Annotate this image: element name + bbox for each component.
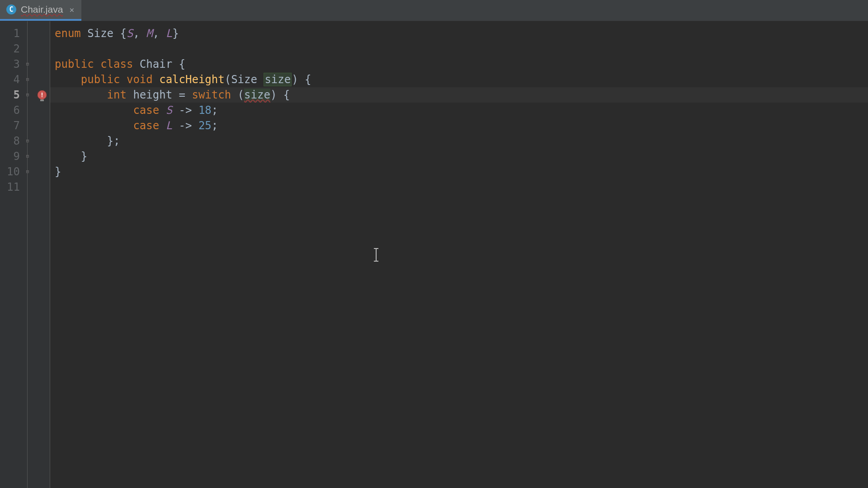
fold-open-icon[interactable]: ⊟ (24, 61, 31, 67)
code-token (55, 104, 133, 117)
code-token: S (166, 104, 172, 117)
code-line[interactable]: public class Chair { (55, 56, 868, 72)
code-token: public (55, 58, 94, 70)
code-token: , (153, 27, 159, 40)
code-line[interactable]: public void calcHeight(Size size) { (55, 72, 868, 87)
tab-filename: Chair.java (21, 4, 63, 15)
code-token (153, 73, 159, 86)
code-token: } (55, 165, 61, 178)
code-token: -> (172, 119, 198, 132)
line-number: 9 (0, 149, 20, 164)
gutter-row (24, 179, 50, 195)
gutter-row: ⊟ (24, 72, 50, 87)
code-token: Size (231, 73, 257, 86)
line-number: 4 (0, 72, 20, 87)
gutter-row (24, 118, 50, 133)
code-token: case (133, 119, 159, 132)
code-area[interactable]: enum Size {S, M, L}public class Chair { … (50, 21, 868, 488)
code-token: 18 (198, 104, 212, 117)
code-token: S (127, 27, 133, 40)
code-token (133, 58, 139, 70)
code-line[interactable] (55, 179, 868, 195)
code-token: ( (225, 73, 231, 86)
fold-open-icon[interactable]: ⊟ (24, 92, 31, 98)
line-number: 3 (0, 56, 20, 72)
code-token (55, 135, 107, 147)
line-number: 10 (0, 164, 20, 179)
code-line[interactable]: } (55, 149, 868, 164)
code-token: ( (231, 89, 244, 101)
close-icon[interactable]: × (67, 5, 74, 14)
fold-open-icon[interactable]: ⊟ (24, 76, 31, 83)
code-line[interactable]: case S -> 18; (55, 103, 868, 118)
code-token: Size (87, 27, 113, 40)
gutter-row (24, 26, 50, 41)
code-line[interactable]: }; (55, 133, 868, 149)
error-bulb-icon[interactable]: ! (37, 90, 47, 100)
text-cursor-icon (376, 248, 377, 262)
line-number: 7 (0, 118, 20, 133)
code-token: -> (172, 104, 198, 117)
gutter-row: ⊟! (24, 87, 50, 103)
code-token (81, 27, 87, 40)
gutter-row: ⊟ (24, 149, 50, 164)
gutter-line-numbers: 1234567891011 (0, 21, 24, 488)
gutter-row (24, 103, 50, 118)
code-token: 25 (198, 119, 212, 132)
code-line[interactable]: } (55, 164, 868, 179)
gutter-row: ⊟ (24, 133, 50, 149)
code-token: void (127, 73, 153, 86)
code-token: , (133, 27, 139, 40)
code-token: ) { (270, 89, 290, 101)
code-token: enum (55, 27, 81, 40)
class-file-icon: C (6, 5, 16, 14)
line-number: 5 (0, 87, 20, 103)
code-token: size (264, 73, 292, 86)
code-line[interactable] (55, 41, 868, 56)
code-token (120, 73, 127, 86)
line-number: 11 (0, 179, 20, 195)
code-token (159, 104, 165, 117)
code-token (159, 119, 165, 132)
line-number: 8 (0, 133, 20, 149)
line-number: 1 (0, 26, 20, 41)
code-token: calcHeight (159, 73, 225, 86)
code-token: } (81, 150, 87, 163)
code-token: Chair (140, 58, 172, 70)
code-token: = (172, 89, 192, 101)
code-token (55, 89, 107, 101)
code-token (55, 73, 81, 86)
gutter-fold: ⊟⊟⊟!⊟⊟⊟ (24, 21, 50, 488)
code-token: class (100, 58, 133, 70)
code-token: size (244, 89, 270, 101)
code-token (257, 73, 264, 86)
code-token: { (120, 27, 127, 40)
gutter-row: ⊟ (24, 56, 50, 72)
code-token (127, 89, 133, 101)
line-number: 6 (0, 103, 20, 118)
code-token (113, 27, 120, 40)
tab-chair-java[interactable]: C Chair.java × (0, 0, 81, 21)
code-token: ; (212, 119, 218, 132)
fold-close-icon[interactable]: ⊟ (24, 169, 31, 175)
line-number: 2 (0, 41, 20, 56)
code-token (159, 27, 165, 40)
tab-bar: C Chair.java × (0, 0, 868, 21)
code-token: } (172, 27, 179, 40)
fold-close-icon[interactable]: ⊟ (24, 153, 31, 160)
code-token: height (133, 89, 172, 101)
code-token: M (146, 27, 152, 40)
code-token: L (166, 27, 172, 40)
code-token: int (107, 89, 127, 101)
gutter-row: ⊟ (24, 164, 50, 179)
code-line[interactable]: enum Size {S, M, L} (55, 26, 868, 41)
code-token (94, 58, 100, 70)
code-token: { (179, 58, 185, 70)
fold-close-icon[interactable]: ⊟ (24, 138, 31, 144)
code-token (172, 58, 179, 70)
code-token: }; (107, 135, 120, 147)
code-token: ; (212, 104, 218, 117)
code-token: case (133, 104, 159, 117)
code-line[interactable]: case L -> 25; (55, 118, 868, 133)
code-token: public (81, 73, 120, 86)
